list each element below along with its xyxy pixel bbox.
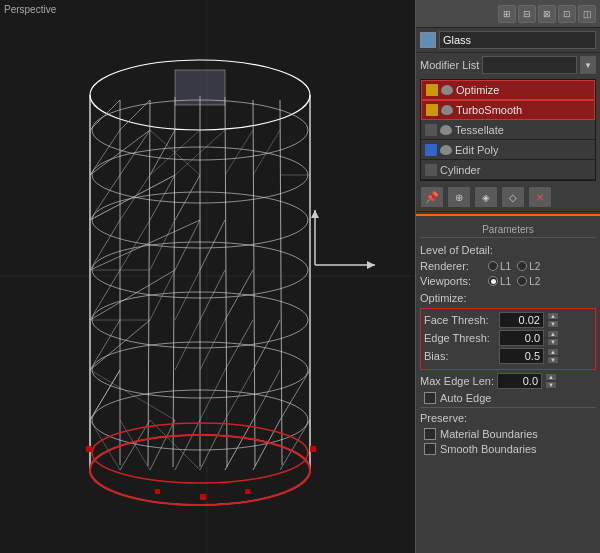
max-edge-len-up[interactable]: ▲ <box>545 373 557 381</box>
edge-thresh-arrows[interactable]: ▲ ▼ <box>547 330 559 346</box>
face-thresh-up[interactable]: ▲ <box>547 312 559 320</box>
toolbar-icon-2[interactable]: ⊟ <box>518 5 536 23</box>
bias-up[interactable]: ▲ <box>547 348 559 356</box>
modifier-list-label: Modifier List <box>420 59 479 71</box>
stack-item-name-cylinder: Cylinder <box>440 164 591 176</box>
object-name-row <box>416 28 600 53</box>
renderer-l2-option[interactable]: L2 <box>517 261 540 272</box>
stack-icon-cylinder <box>425 164 437 176</box>
edge-thresh-input[interactable] <box>499 330 544 346</box>
svg-rect-83 <box>200 494 206 500</box>
material-boundaries-row: Material Boundaries <box>420 428 596 440</box>
stack-icon-optimize <box>426 84 438 96</box>
stack-item-editpoly[interactable]: Edit Poly <box>421 140 595 160</box>
material-boundaries-checkbox[interactable] <box>424 428 436 440</box>
eye-icon-tessellate <box>440 125 452 135</box>
svg-rect-82 <box>86 446 92 452</box>
stack-delete-btn[interactable]: ✕ <box>528 186 552 208</box>
bias-input[interactable] <box>499 348 544 364</box>
svg-rect-86 <box>245 489 250 494</box>
face-thresh-down[interactable]: ▼ <box>547 320 559 328</box>
preserve-label: Preserve: <box>420 407 596 426</box>
stack-item-name-optimize: Optimize <box>456 84 590 96</box>
renderer-l2-label: L2 <box>529 261 540 272</box>
eye-icon-optimize <box>441 85 453 95</box>
section-divider <box>416 214 600 216</box>
stack-controls: 📌 ⊕ ◈ ◇ ✕ <box>416 183 600 212</box>
stack-icon-editpoly <box>425 144 437 156</box>
stack-item-optimize[interactable]: Optimize <box>421 80 595 100</box>
viewports-label: Viewports: <box>420 275 485 287</box>
dropdown-arrow[interactable]: ▼ <box>580 56 596 74</box>
toolbar-icon-4[interactable]: ⊡ <box>558 5 576 23</box>
svg-rect-84 <box>310 446 316 452</box>
renderer-l2-radio[interactable] <box>517 261 527 271</box>
viewports-l1-option[interactable]: L1 <box>488 276 511 287</box>
stack-icon-tessellate <box>425 124 437 136</box>
modifier-list-row: Modifier List ▼ <box>416 53 600 77</box>
viewport-label: Perspective <box>4 4 56 15</box>
max-edge-len-input[interactable] <box>497 373 542 389</box>
viewports-row: Viewports: L1 L2 <box>420 275 596 287</box>
stack-make-unique-btn[interactable]: ◇ <box>501 186 525 208</box>
object-color-swatch[interactable] <box>420 32 436 48</box>
edge-thresh-row: Edge Thresh: ▲ ▼ <box>424 330 592 346</box>
stack-item-name-tessellate: Tessellate <box>455 124 591 136</box>
smooth-boundaries-label: Smooth Boundaries <box>440 443 537 455</box>
face-thresh-label: Face Thresh: <box>424 314 496 326</box>
stack-item-name-turbosmooth: TurboSmooth <box>456 104 590 116</box>
face-thresh-arrows[interactable]: ▲ ▼ <box>547 312 559 328</box>
stack-item-tessellate[interactable]: Tessellate <box>421 120 595 140</box>
auto-edge-checkbox[interactable] <box>424 392 436 404</box>
face-thresh-row: Face Thresh: ▲ ▼ <box>424 312 592 328</box>
max-edge-len-down[interactable]: ▼ <box>545 381 557 389</box>
smooth-boundaries-row: Smooth Boundaries <box>420 443 596 455</box>
stack-item-cylinder[interactable]: Cylinder <box>421 160 595 180</box>
toolbar-icon-1[interactable]: ⊞ <box>498 5 516 23</box>
right-panel: ⊞ ⊟ ⊠ ⊡ ◫ Modifier List ▼ Optimize Turbo… <box>415 0 600 553</box>
material-boundaries-label: Material Boundaries <box>440 428 538 440</box>
params-header: Parameters <box>420 222 596 238</box>
bias-row: Bias: ▲ ▼ <box>424 348 592 364</box>
optimize-section-label: Optimize: <box>420 290 596 306</box>
max-edge-len-label: Max Edge Len: <box>420 375 494 387</box>
face-thresh-input[interactable] <box>499 312 544 328</box>
max-edge-len-row: Max Edge Len: ▲ ▼ <box>420 373 596 389</box>
auto-edge-label: Auto Edge <box>440 392 491 404</box>
bias-arrows[interactable]: ▲ ▼ <box>547 348 559 364</box>
top-toolbar: ⊞ ⊟ ⊠ ⊡ ◫ <box>416 0 600 28</box>
viewports-l1-radio[interactable] <box>488 276 498 286</box>
stack-icon-turbosmooth <box>426 104 438 116</box>
toolbar-icon-5[interactable]: ◫ <box>578 5 596 23</box>
bias-down[interactable]: ▼ <box>547 356 559 364</box>
renderer-radio-group: L1 L2 <box>488 261 540 272</box>
object-name-input[interactable] <box>439 31 596 49</box>
renderer-l1-radio[interactable] <box>488 261 498 271</box>
edge-thresh-down[interactable]: ▼ <box>547 338 559 346</box>
stack-item-name-editpoly: Edit Poly <box>455 144 591 156</box>
stack-pin-btn[interactable]: 📌 <box>420 186 444 208</box>
svg-rect-85 <box>155 489 160 494</box>
stack-show-end-btn[interactable]: ◈ <box>474 186 498 208</box>
smooth-boundaries-checkbox[interactable] <box>424 443 436 455</box>
edge-thresh-label: Edge Thresh: <box>424 332 496 344</box>
viewports-l2-label: L2 <box>529 276 540 287</box>
max-edge-len-arrows[interactable]: ▲ ▼ <box>545 373 557 389</box>
modifier-list-dropdown[interactable] <box>482 56 577 74</box>
stack-show-result-btn[interactable]: ⊕ <box>447 186 471 208</box>
modifier-stack: Optimize TurboSmooth Tessellate Edit Pol… <box>420 79 596 181</box>
viewports-l2-radio[interactable] <box>517 276 527 286</box>
viewports-l2-option[interactable]: L2 <box>517 276 540 287</box>
toolbar-icon-3[interactable]: ⊠ <box>538 5 556 23</box>
eye-icon-editpoly <box>440 145 452 155</box>
viewport-3d[interactable]: Perspective <box>0 0 415 553</box>
stack-item-turbosmooth[interactable]: TurboSmooth <box>421 100 595 120</box>
bias-label: Bias: <box>424 350 496 362</box>
renderer-label: Renderer: <box>420 260 485 272</box>
renderer-row: Renderer: L1 L2 <box>420 260 596 272</box>
renderer-l1-option[interactable]: L1 <box>488 261 511 272</box>
edge-thresh-up[interactable]: ▲ <box>547 330 559 338</box>
level-of-detail-label: Level of Detail: <box>420 242 596 258</box>
params-section: Parameters Level of Detail: Renderer: L1… <box>416 218 600 553</box>
renderer-l1-label: L1 <box>500 261 511 272</box>
